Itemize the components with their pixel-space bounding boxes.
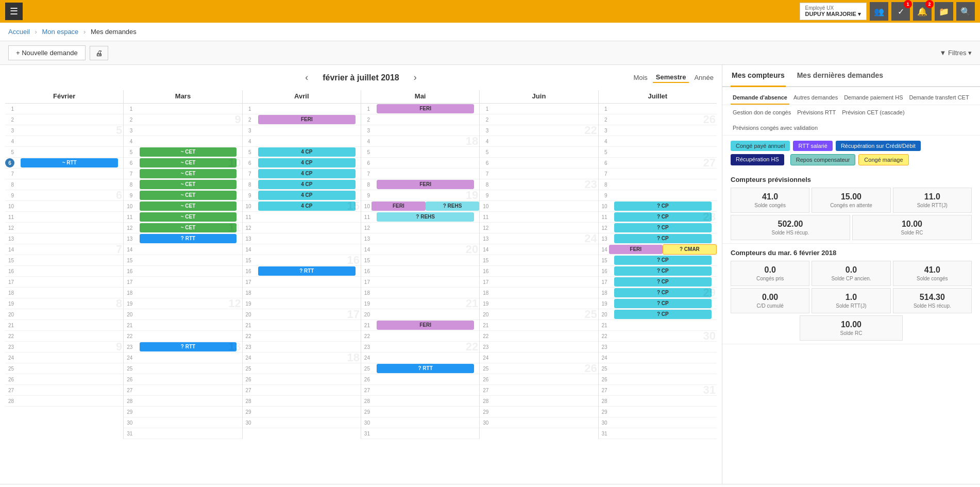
- search-button[interactable]: 🔍: [956, 2, 975, 21]
- event-badge[interactable]: ? RTT: [140, 234, 236, 243]
- event-badge[interactable]: FERI: [377, 104, 474, 113]
- day-number: 23: [599, 344, 609, 350]
- day-row: 1420: [361, 244, 479, 255]
- bg-number: 10: [228, 157, 241, 169]
- day-number: 27: [124, 388, 134, 393]
- compteurs-date-section: Compteurs du mar. 6 février 2018 0.0 Con…: [722, 244, 980, 344]
- day-row: 5: [5, 147, 123, 158]
- day-number: 2: [480, 117, 490, 123]
- event-badge[interactable]: ~ CET: [140, 201, 236, 211]
- event-badge[interactable]: ~ RTT: [21, 158, 117, 167]
- event-badge[interactable]: ? CMAR: [663, 244, 717, 255]
- subtab-autres-demandes[interactable]: Autres demandes: [791, 91, 840, 105]
- view-semestre-button[interactable]: Semestre: [653, 72, 689, 83]
- subtab-previsions-conges[interactable]: Prévisions congés avec validation: [731, 122, 820, 135]
- day-number: 28: [480, 398, 490, 404]
- event-badge[interactable]: ~ CET: [140, 169, 236, 178]
- calendar-prev-button[interactable]: ‹: [301, 70, 312, 85]
- event-badge[interactable]: ? REHS: [377, 212, 474, 222]
- day-content: 27: [609, 158, 717, 168]
- day-number: 17: [124, 279, 134, 285]
- tab-mes-compteurs[interactable]: Mes compteurs: [731, 65, 786, 87]
- day-content: [371, 407, 479, 417]
- day-content: [609, 374, 717, 384]
- day-row: 2017: [243, 309, 361, 320]
- folder-button[interactable]: 📁: [935, 2, 953, 21]
- subtab-paiement-hs[interactable]: Demande paiement HS: [842, 91, 905, 105]
- event-badge[interactable]: ? CP: [614, 277, 711, 287]
- breadcrumb-current: Mes demandes: [91, 28, 137, 36]
- employee-dropdown[interactable]: Employé UX DUPUY MARJORIE ▾: [800, 3, 867, 20]
- event-badge[interactable]: FERI: [377, 321, 474, 330]
- day-content: [253, 331, 361, 341]
- day-number: 14: [599, 247, 609, 253]
- day-number: 7: [480, 171, 490, 177]
- event-badge[interactable]: ? CP: [614, 234, 711, 243]
- subtab-don-conges[interactable]: Gestion don de congés: [731, 106, 793, 120]
- print-button[interactable]: 🖨: [90, 46, 108, 60]
- event-badge[interactable]: 4 CP: [258, 180, 355, 189]
- subtab-demande-absence[interactable]: Demande d'absence: [731, 91, 789, 105]
- event-badge[interactable]: ? RTT: [377, 364, 474, 373]
- event-badge[interactable]: FERI: [609, 245, 663, 254]
- calendar-next-button[interactable]: ›: [410, 70, 421, 85]
- event-badge[interactable]: FERI: [258, 115, 355, 124]
- event-badge[interactable]: FERI: [377, 180, 474, 189]
- event-badge[interactable]: 4 CP: [258, 191, 355, 200]
- subtab-previsions-rtt[interactable]: Prévisions RTT: [795, 106, 838, 120]
- event-badge[interactable]: ? CP: [614, 310, 711, 319]
- event-badge[interactable]: 4 CP: [258, 169, 355, 178]
- day-row: 12: [361, 223, 479, 233]
- event-badge[interactable]: 4 CP: [258, 201, 355, 211]
- tab-mes-demandes[interactable]: Mes dernières demandes: [796, 65, 884, 87]
- subtab-prevision-cet[interactable]: Prévision CET (cascade): [840, 106, 906, 120]
- event-badge[interactable]: ~ CET: [140, 223, 236, 232]
- event-badge[interactable]: ? REHS: [426, 201, 480, 211]
- event-badge[interactable]: ~ CET: [140, 158, 236, 167]
- users-button[interactable]: 👥: [870, 2, 888, 21]
- new-demand-button[interactable]: + Nouvelle demande: [8, 45, 86, 60]
- day-number: 16: [5, 268, 15, 274]
- event-badge[interactable]: ? CP: [614, 212, 711, 222]
- event-badge[interactable]: ~ CET: [140, 212, 236, 222]
- menu-button[interactable]: ☰: [5, 3, 23, 20]
- day-row: 4: [124, 136, 242, 147]
- bg-number: 12: [228, 298, 241, 309]
- event-badge[interactable]: ? RTT: [258, 266, 355, 276]
- event-badge[interactable]: ? CP: [614, 266, 711, 276]
- event-badge[interactable]: ? CP: [614, 288, 711, 297]
- calendar-title: février à juillet 2018: [323, 73, 399, 82]
- subtabs-row2: Gestion don de congés Prévisions RTT Pré…: [722, 105, 980, 136]
- event-badge[interactable]: ? CP: [614, 223, 711, 232]
- event-badge[interactable]: ? CP: [614, 299, 711, 308]
- view-month-button[interactable]: Mois: [630, 72, 650, 83]
- mars-days: 129345~ CET610~ CET7~ CET8~ CET9~ CET10~…: [124, 104, 242, 439]
- event-badge[interactable]: FERI: [371, 201, 426, 211]
- event-badge[interactable]: ~ CET: [140, 147, 236, 157]
- filter-button[interactable]: ▼ Filtres ▾: [940, 49, 972, 57]
- bell-button[interactable]: 🔔 2: [913, 2, 932, 21]
- month-mai: Mai 1FERI234185678FERI91910FERI? REHS11?…: [361, 90, 480, 439]
- day-row: 12: [480, 223, 598, 233]
- bg-number: 26: [584, 363, 597, 374]
- check-button[interactable]: ✓ 1: [891, 2, 910, 21]
- breadcrumb-space[interactable]: Mon espace: [42, 28, 79, 36]
- subtab-transfert-cet[interactable]: Demande transfert CET: [907, 91, 971, 105]
- day-content: 28? CP: [609, 212, 717, 222]
- bg-number: 11: [228, 222, 241, 233]
- event-badge[interactable]: ~ CET: [140, 191, 236, 200]
- day-content: [15, 277, 123, 287]
- event-badge[interactable]: ~ CET: [140, 180, 236, 189]
- day-number: 12: [124, 225, 134, 231]
- event-badge[interactable]: ? RTT: [140, 342, 236, 351]
- event-badge[interactable]: ? CP: [614, 201, 711, 211]
- day-row: 8~ CET: [124, 179, 242, 190]
- event-badge[interactable]: 4 CP: [258, 147, 355, 157]
- day-row: 25: [124, 363, 242, 374]
- view-year-button[interactable]: Année: [691, 72, 717, 83]
- day-content: ~ CET: [134, 147, 242, 157]
- event-badge[interactable]: ? CP: [614, 256, 711, 265]
- day-content: [609, 428, 717, 439]
- event-badge[interactable]: 4 CP: [258, 158, 355, 167]
- breadcrumb-home[interactable]: Accueil: [8, 28, 30, 36]
